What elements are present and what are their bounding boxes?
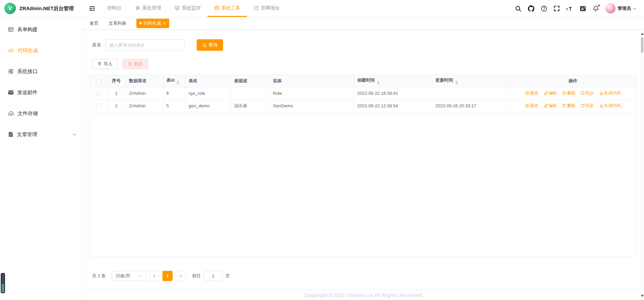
delete-action[interactable]: 删除 xyxy=(562,103,575,109)
cell-updated: 2022-05-26 20:33:17 xyxy=(432,100,509,112)
cell-table-name: gen_demo xyxy=(185,100,230,112)
scroll-down-arrow-icon[interactable] xyxy=(641,295,644,298)
github-icon[interactable] xyxy=(528,5,534,12)
page-number-button[interactable]: 1 xyxy=(162,271,173,281)
nav-item-label: 控制台 xyxy=(107,5,121,11)
sidebar-item-file-storage[interactable]: 文件存储 xyxy=(0,103,83,124)
user-menu[interactable]: 管理员 xyxy=(605,3,637,14)
page-size-select[interactable]: 10条/页 xyxy=(112,271,146,281)
sidebar-item-article-manage[interactable]: 文章管理 xyxy=(0,124,83,145)
article-icon xyxy=(8,132,13,137)
column-header-db: 数据库名 xyxy=(126,75,163,87)
app-logo-area[interactable]: V ZRAdmin.NET后台管理 xyxy=(0,3,83,14)
upload-icon xyxy=(97,62,102,66)
import-button[interactable]: 导入 xyxy=(92,59,118,69)
column-header-table-name: 表名 xyxy=(185,75,230,87)
row-checkbox[interactable] xyxy=(96,104,101,108)
external-link-icon xyxy=(254,5,259,10)
tab-article-list[interactable]: 文章列表 xyxy=(109,20,126,26)
generate-code-action[interactable]: 生成代码 xyxy=(599,103,621,109)
sync-action[interactable]: 同步 xyxy=(581,90,594,96)
sidebar-item-system-api[interactable]: 系统接口 xyxy=(0,61,83,82)
edit-action[interactable]: 编辑 xyxy=(544,103,557,109)
help-icon[interactable]: ? xyxy=(541,5,547,12)
sort-carets-icon[interactable] xyxy=(177,81,179,85)
delete-action[interactable]: 删除 xyxy=(562,90,575,96)
nav-item-system-tools[interactable]: 系统工具 xyxy=(207,0,247,17)
column-header-seq: 序号 xyxy=(107,75,126,87)
query-button[interactable]: 查询 xyxy=(197,39,223,51)
sidebar-item-label: 发送邮件 xyxy=(17,89,38,96)
column-header-created[interactable]: 创建时间 xyxy=(354,75,432,87)
nav-item-console[interactable]: 控制台 xyxy=(101,0,128,17)
column-header-table-id[interactable]: 表id xyxy=(163,75,185,87)
sidebar-item-label: 文件存储 xyxy=(18,110,38,117)
tab-home[interactable]: 首页 xyxy=(90,20,98,26)
prev-page-button[interactable] xyxy=(149,271,159,281)
nav-item-label: 系统管理 xyxy=(142,5,161,11)
gear-icon xyxy=(135,5,140,10)
search-form: 表名 查询 xyxy=(92,39,644,51)
table-toolbar: 导入 删除 xyxy=(92,59,644,69)
sidebar-collapse-icon[interactable] xyxy=(83,0,101,17)
sidebar-item-form-builder[interactable]: 表单构建 xyxy=(0,19,83,40)
vertical-scrollbar[interactable] xyxy=(640,30,644,300)
language-icon[interactable]: A文 xyxy=(580,5,586,12)
fullscreen-icon[interactable] xyxy=(554,5,560,12)
svg-text:?: ? xyxy=(543,7,545,10)
nav-item-official-site[interactable]: 官网地址 xyxy=(247,0,287,17)
tab-close-icon[interactable] xyxy=(163,22,166,25)
goto-page-input[interactable] xyxy=(204,271,222,281)
cell-entity: Role xyxy=(269,87,354,100)
search-icon[interactable] xyxy=(515,5,521,12)
sidebar-item-send-mail[interactable]: 发送邮件 xyxy=(0,82,83,103)
sidebar-item-label: 代码生成 xyxy=(18,47,38,54)
toolbox-icon xyxy=(214,5,219,10)
cell-seq: 1 xyxy=(107,87,126,100)
page-size-value: 10条/页 xyxy=(115,273,130,279)
preview-action[interactable]: 预览 xyxy=(525,103,538,109)
form-builder-icon xyxy=(8,27,14,32)
sidebar-item-label: 系统接口 xyxy=(17,68,38,75)
table-name-input[interactable] xyxy=(105,39,185,51)
generate-code-action[interactable]: 生成代码 xyxy=(599,90,621,96)
sort-carets-icon[interactable] xyxy=(455,81,458,85)
next-page-button[interactable] xyxy=(176,271,186,281)
table-row: 1 ZrAdmin 6 sys_role Role 2022-05-22 16:… xyxy=(90,87,637,100)
tag-view-bar: 首页 文章列表 代码生成 xyxy=(83,17,644,30)
sidebar-item-label: 表单构建 xyxy=(17,26,38,33)
cell-entity: GenDemo xyxy=(269,100,354,112)
select-all-checkbox[interactable] xyxy=(96,79,101,84)
delete-button[interactable]: 删除 xyxy=(123,59,148,69)
cell-table-id: 5 xyxy=(163,100,185,112)
sync-action[interactable]: 同步 xyxy=(581,103,594,109)
sort-carets-icon[interactable] xyxy=(377,81,380,85)
import-button-label: 导入 xyxy=(104,61,112,67)
row-actions: 预览 编辑 删除 同步 生成代码 xyxy=(509,100,637,112)
cell-updated xyxy=(432,87,509,100)
preview-action[interactable]: 预览 xyxy=(525,90,538,96)
sidebar: 表单构建 代码生成 系统接口 发送邮件 文件存储 文章管理 xyxy=(0,17,83,300)
mail-icon xyxy=(8,90,14,95)
minimized-panel-widget[interactable] xyxy=(1,273,5,293)
scroll-up-arrow-icon[interactable] xyxy=(641,31,644,35)
nav-item-system-monitor[interactable]: 系统监控 xyxy=(168,0,207,17)
table-row: 2 ZrAdmin 5 gen_demo 演示表 GenDemo 2022-05… xyxy=(90,100,637,112)
cell-table-name: sys_role xyxy=(185,87,230,100)
font-size-icon[interactable]: TT xyxy=(566,6,573,12)
svg-text:T: T xyxy=(569,6,572,12)
sidebar-item-code-generation[interactable]: 代码生成 xyxy=(0,40,83,61)
scrollbar-thumb[interactable] xyxy=(641,37,643,53)
nav-item-label: 系统工具 xyxy=(221,5,240,11)
notification-bell-icon[interactable] xyxy=(593,5,599,12)
data-table-card: 序号 数据库名 表id 表名 表描述 实体 创建时间 更新时间 操作 1 ZrA… xyxy=(90,74,637,257)
code-icon xyxy=(8,48,14,53)
row-checkbox-cell xyxy=(90,87,107,100)
tab-code-generation[interactable]: 代码生成 xyxy=(136,19,169,28)
widget-stripes xyxy=(2,275,4,284)
row-checkbox[interactable] xyxy=(96,91,101,96)
edit-action[interactable]: 编辑 xyxy=(544,90,557,96)
nav-item-system-manage[interactable]: 系统管理 xyxy=(128,0,168,17)
column-header-updated[interactable]: 更新时间 xyxy=(432,75,509,87)
chevron-down-icon xyxy=(72,132,76,136)
